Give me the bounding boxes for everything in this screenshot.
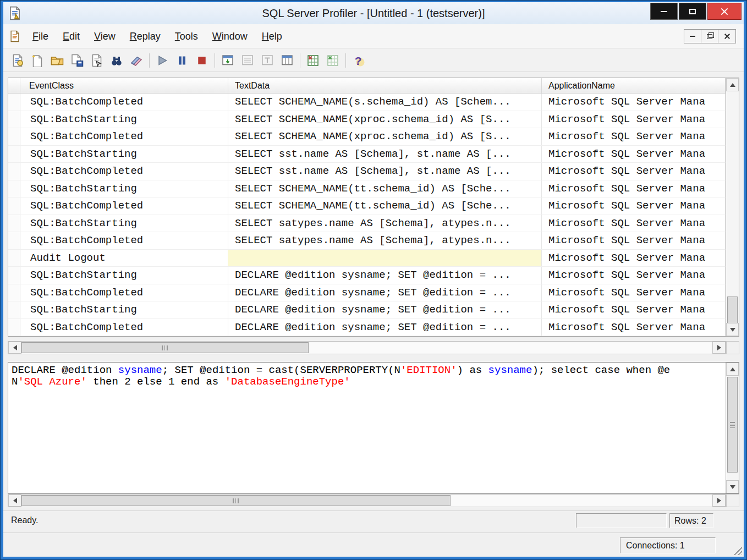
- maximize-button[interactable]: [679, 3, 706, 20]
- detail-vscroll-thumb[interactable]: [727, 377, 738, 473]
- title-bar[interactable]: SQL Server Profiler - [Untitled - 1 (tes…: [3, 2, 744, 24]
- row-selector-cell: [8, 250, 20, 267]
- grid-hscroll-thumb[interactable]: [21, 342, 309, 353]
- sql-token: ); select case when @e: [532, 364, 670, 376]
- menu-window[interactable]: Window: [205, 25, 255, 48]
- grid-horizontal-scrollbar[interactable]: [8, 341, 726, 354]
- detail-hscroll-track[interactable]: [21, 495, 712, 507]
- menu-view[interactable]: View: [87, 25, 123, 48]
- eventclass-cell: SQL:BatchStarting: [20, 301, 228, 319]
- stop-icon: [195, 54, 208, 67]
- trace-event-row[interactable]: SQL:BatchStartingSELECT SCHEMA_NAME(xpro…: [8, 111, 726, 129]
- menu-tools[interactable]: Tools: [168, 25, 205, 48]
- row-selector-cell: [8, 267, 20, 284]
- status-message: Ready.: [11, 511, 39, 530]
- maximize-icon: [689, 9, 696, 14]
- trace-grid: EventClass TextData ApplicationName SQL:…: [8, 78, 739, 337]
- grid-header: EventClass TextData ApplicationName: [8, 78, 726, 94]
- menu-file[interactable]: File: [25, 25, 56, 48]
- find-button[interactable]: [107, 52, 127, 69]
- grid-hscroll-track[interactable]: [21, 342, 712, 354]
- sql-token: N: [12, 376, 18, 388]
- close-icon: [720, 7, 729, 16]
- mdi-restore-button[interactable]: [701, 30, 718, 43]
- trace-event-row[interactable]: SQL:BatchStartingSELECT sst.name AS [Sch…: [8, 146, 726, 163]
- grid-vertical-scrollbar[interactable]: [726, 78, 739, 336]
- trace-event-row[interactable]: SQL:BatchCompletedDECLARE @edition sysna…: [8, 284, 726, 302]
- pause-trace-button[interactable]: [172, 52, 192, 69]
- row-selector-cell: [8, 284, 20, 301]
- row-selector-cell: [8, 146, 20, 163]
- spreadsheet-alt-button[interactable]: [323, 52, 343, 69]
- aggregated-view-button[interactable]: [257, 52, 277, 69]
- menu-edit[interactable]: Edit: [56, 25, 87, 48]
- row-selector-cell: [8, 197, 20, 215]
- pane-splitter[interactable]: [8, 355, 739, 362]
- grid-scroll-up-button[interactable]: [726, 78, 739, 91]
- trace-event-row[interactable]: SQL:BatchCompletedSELECT SCHEMA_NAME(xpr…: [8, 128, 726, 146]
- textdata-cell: DECLARE @edition sysname; SET @edition =…: [228, 301, 542, 319]
- grid-scroll-right-button[interactable]: [712, 342, 726, 354]
- trace-event-row[interactable]: SQL:BatchStartingSELECT satypes.name AS …: [8, 215, 726, 233]
- trace-event-row[interactable]: SQL:BatchStartingDECLARE @edition sysnam…: [8, 267, 726, 284]
- new-document-button[interactable]: [28, 52, 47, 69]
- save-trace-button[interactable]: [67, 52, 87, 69]
- trace-properties-button[interactable]: [87, 52, 107, 69]
- close-button[interactable]: [707, 3, 741, 20]
- trace-event-row[interactable]: SQL:BatchCompletedSELECT SCHEMA_NAME(s.s…: [8, 94, 726, 111]
- sql-token: 'EDITION': [400, 364, 457, 376]
- trace-event-row[interactable]: SQL:BatchStartingDECLARE @edition sysnam…: [8, 301, 726, 319]
- toolbar-separator: [149, 53, 150, 68]
- mdi-close-button[interactable]: [718, 30, 735, 43]
- auto-scroll-button[interactable]: [218, 52, 238, 69]
- minimize-button[interactable]: [650, 3, 678, 20]
- mdi-minimize-button[interactable]: [684, 30, 701, 43]
- detail-vertical-scrollbar[interactable]: [726, 363, 739, 493]
- textdata-cell: SELECT sst.name AS [Schema], st.name AS …: [228, 163, 542, 180]
- row-selector-cell: [8, 215, 20, 232]
- detail-scroll-down-button[interactable]: [726, 480, 739, 493]
- save-icon: [70, 54, 84, 67]
- column-header-textdata[interactable]: TextData: [228, 78, 542, 93]
- menu-replay[interactable]: Replay: [123, 25, 168, 48]
- grid-scroll-left-button[interactable]: [8, 342, 21, 354]
- scroll-left-icon: [13, 498, 17, 503]
- open-trace-file-button[interactable]: [47, 52, 67, 69]
- trace-event-row[interactable]: SQL:BatchCompletedSELECT sst.name AS [Sc…: [8, 163, 726, 180]
- menu-help[interactable]: Help: [255, 25, 289, 48]
- resize-grip[interactable]: [733, 546, 742, 555]
- detail-scroll-right-button[interactable]: [712, 495, 726, 507]
- trace-event-row[interactable]: SQL:BatchStartingSELECT SCHEMA_NAME(tt.s…: [8, 180, 726, 198]
- textdata-cell: DECLARE @edition sysname; SET @edition =…: [228, 319, 542, 336]
- eventclass-cell: Audit Logout: [20, 250, 228, 267]
- trace-event-row[interactable]: Audit LogoutMicrosoft SQL Server Mana: [8, 250, 726, 267]
- trace-event-row[interactable]: SQL:BatchCompletedSELECT SCHEMA_NAME(tt.…: [8, 197, 726, 215]
- detail-pane[interactable]: DECLARE @edition sysname; SET @edition =…: [8, 362, 739, 494]
- grid-vscroll-thumb[interactable]: [727, 297, 738, 324]
- stop-trace-button[interactable]: [192, 52, 212, 69]
- grouped-view-button[interactable]: [238, 52, 257, 69]
- mdi-close-icon: [724, 33, 730, 40]
- detail-scroll-up-button[interactable]: [726, 363, 739, 376]
- textdata-cell: [228, 250, 542, 267]
- detail-scroll-left-button[interactable]: [8, 495, 21, 507]
- detail-horizontal-scrollbar[interactable]: [8, 494, 726, 507]
- trace-event-row[interactable]: SQL:BatchCompletedDECLARE @edition sysna…: [8, 319, 726, 337]
- row-selector-cell: [8, 301, 20, 319]
- thumb-gripper-icon: [233, 498, 239, 503]
- trace-event-row[interactable]: SQL:BatchCompletedSELECT satypes.name AS…: [8, 232, 726, 250]
- column-header-eventclass[interactable]: EventClass: [20, 78, 228, 93]
- column-header-applicationname[interactable]: ApplicationName: [542, 78, 726, 93]
- grid-scroll-down-button[interactable]: [726, 323, 739, 336]
- clear-trace-window-button[interactable]: [127, 52, 146, 69]
- new-trace-button[interactable]: [8, 52, 28, 69]
- eventclass-cell: SQL:BatchCompleted: [20, 319, 228, 336]
- help-button[interactable]: ?: [349, 52, 369, 69]
- scroll-down-icon: [730, 328, 735, 332]
- start-trace-button[interactable]: [152, 52, 172, 69]
- spreadsheet-button[interactable]: [303, 52, 323, 69]
- organize-columns-button[interactable]: [277, 52, 297, 69]
- detail-hscroll-thumb[interactable]: [21, 495, 451, 506]
- mdi-minimize-icon: [690, 36, 695, 37]
- textdata-cell: SELECT satypes.name AS [Schema], atypes.…: [228, 232, 542, 249]
